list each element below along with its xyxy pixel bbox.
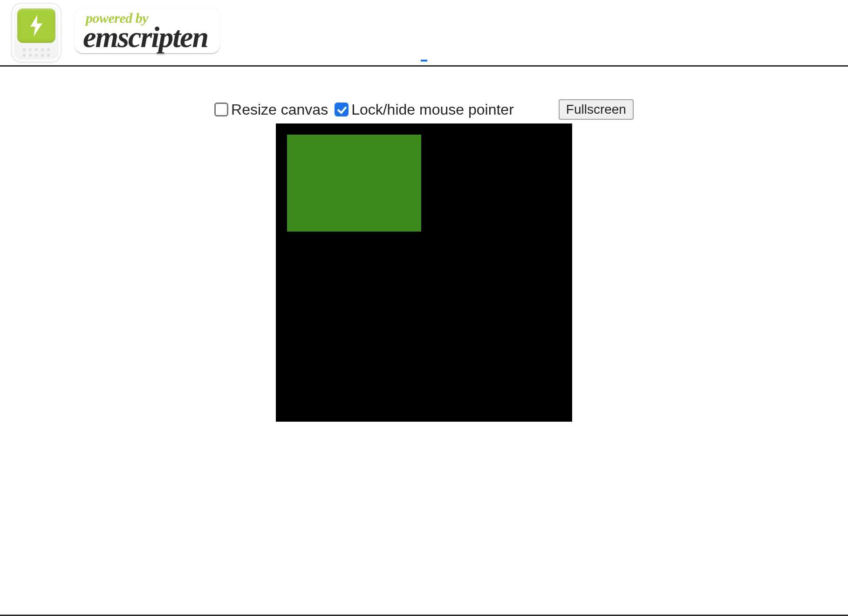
resize-canvas-label: Resize canvas [231, 101, 328, 118]
resize-canvas-control[interactable]: Resize canvas [214, 101, 328, 118]
lock-pointer-checkbox[interactable] [335, 103, 349, 116]
canvas-green-rect [287, 135, 421, 232]
brand-name: emscripten [83, 22, 208, 52]
logo-top-panel [17, 8, 55, 43]
emscripten-logo-badge [11, 3, 62, 62]
lock-pointer-control[interactable]: Lock/hide mouse pointer [335, 101, 514, 118]
resize-canvas-checkbox[interactable] [214, 103, 228, 116]
lock-pointer-label: Lock/hide mouse pointer [351, 101, 514, 118]
bolt-icon [30, 14, 43, 37]
controls-row: Resize canvas Lock/hide mouse pointer Fu… [0, 99, 848, 120]
logo-dots-row-2 [23, 54, 50, 57]
loading-indicator [421, 60, 427, 62]
canvas-wrap [0, 123, 848, 422]
header: powered by emscripten [0, 0, 848, 65]
logo-dots-row-1 [23, 48, 50, 51]
divider-top [0, 65, 848, 67]
fullscreen-button[interactable]: Fullscreen [559, 99, 634, 120]
application-canvas[interactable] [276, 123, 572, 422]
brand-block: powered by emscripten [68, 7, 229, 59]
